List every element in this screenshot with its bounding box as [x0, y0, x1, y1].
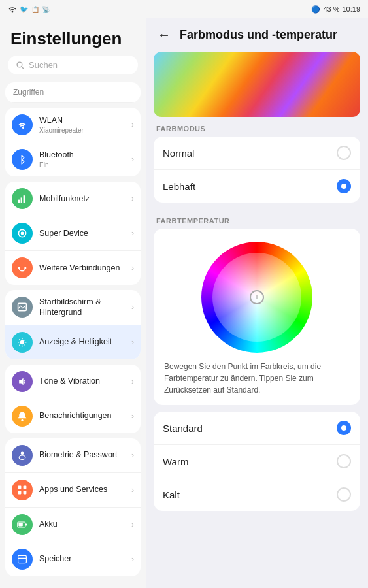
menu-group-zugriffen: Zugriffen — [5, 82, 141, 103]
sidebar-item-weitere[interactable]: Weitere Verbindungen › — [5, 251, 141, 285]
farbtemperatur-card: + Bewegen Sie den Punkt im Farbkreis, um… — [154, 229, 360, 405]
sidebar-item-wlan[interactable]: WLAN Xiaomirepeater › — [5, 108, 141, 142]
right-panel: ← Farbmodus und -temperatur FARBMODUS No… — [146, 0, 368, 588]
svg-rect-15 — [24, 485, 27, 489]
detail-title: Farbmodus und -temperatur — [180, 28, 337, 42]
temp-standard-radio[interactable] — [337, 421, 351, 435]
temperature-options-card: Standard Warm Kalt — [154, 412, 360, 511]
status-right-icons: 🔵 43 % 10:19 — [311, 5, 360, 14]
menu-group-sound: Töne & Vibration › Benachrichtigungen › — [5, 365, 141, 433]
benach-chevron: › — [131, 412, 134, 421]
search-icon — [16, 61, 25, 70]
weitere-icon — [12, 257, 33, 278]
weitere-label: Weitere Verbindungen — [39, 263, 125, 273]
sidebar-item-mobilfunk[interactable]: Mobilfunknetz › — [5, 182, 141, 216]
menu-group-system: Biometrie & Passwort › Apps und Services… — [5, 438, 141, 576]
sidebar-item-superdevice[interactable]: Super Device › — [5, 216, 141, 251]
sidebar-item-akku[interactable]: Akku › — [5, 508, 141, 542]
svg-point-10 — [20, 340, 24, 344]
color-wheel[interactable]: + — [201, 242, 312, 353]
zugriffen-label: Zugriffen — [5, 82, 141, 103]
akku-icon — [12, 514, 33, 535]
wheel-hint: Bewegen Sie den Punkt im Farbkreis, um d… — [161, 361, 352, 396]
rss-icon: 📡 — [42, 6, 50, 13]
wlan-label: WLAN Xiaomirepeater — [39, 115, 125, 134]
apps-label: Apps und Services — [39, 484, 125, 495]
startbild-icon — [12, 297, 33, 318]
bluetooth-icon: ᛒ — [12, 149, 33, 170]
svg-rect-2 — [18, 200, 20, 203]
temp-warm-radio[interactable] — [337, 454, 351, 468]
wheel-center-dot[interactable]: + — [250, 290, 264, 304]
sim-icon: 📋 — [31, 6, 39, 13]
sidebar-item-speicher[interactable]: Speicher › — [5, 542, 141, 576]
sidebar-item-startbild[interactable]: Startbildschirm & Hintergrund › — [5, 290, 141, 325]
wallpaper-gradient — [154, 52, 360, 117]
left-panel: Einstellungen Suchen Zugriffen WLAN Xiao… — [0, 0, 146, 588]
temp-kalt-radio[interactable] — [337, 487, 351, 502]
sidebar-item-anzeige[interactable]: Anzeige & Helligkeit › — [5, 325, 141, 359]
twitter-icon: 🐦 — [20, 5, 29, 14]
biometrie-chevron: › — [131, 451, 134, 460]
benach-icon — [12, 406, 33, 427]
mobilfunk-chevron: › — [131, 194, 134, 203]
svg-rect-4 — [24, 195, 25, 203]
status-bar: 🐦 📋 📡 🔵 43 % 10:19 — [0, 0, 368, 18]
sidebar-item-biometrie[interactable]: Biometrie & Passwort › — [5, 438, 141, 473]
menu-group-display: Startbildschirm & Hintergrund › Anzeige … — [5, 290, 141, 359]
sidebar-item-apps[interactable]: Apps und Services › — [5, 473, 141, 508]
temp-standard[interactable]: Standard — [154, 412, 360, 445]
status-left-icons: 🐦 📋 📡 — [8, 5, 50, 14]
color-mode-normal-radio[interactable] — [337, 146, 351, 160]
farbtemperatur-label: FARBTEMPERATUR — [146, 209, 368, 229]
wallpaper-preview — [154, 52, 360, 117]
superdevice-chevron: › — [131, 229, 134, 238]
bluetooth-label: Bluetooth Ein — [39, 150, 125, 169]
search-placeholder: Suchen — [29, 60, 58, 70]
wifi-status-icon — [8, 5, 17, 13]
svg-rect-21 — [18, 555, 27, 563]
color-mode-lebhaft-radio[interactable] — [337, 179, 351, 193]
wlan-chevron: › — [131, 120, 134, 129]
detail-header: ← Farbmodus und -temperatur — [146, 18, 368, 52]
svg-point-8 — [24, 267, 26, 269]
sidebar-item-benach[interactable]: Benachrichtigungen › — [5, 399, 141, 433]
superdevice-label: Super Device — [39, 228, 125, 238]
akku-label: Akku — [39, 519, 125, 529]
back-button[interactable]: ← — [154, 26, 175, 44]
bluetooth-status-icon: 🔵 — [311, 5, 320, 14]
color-wheel-container: + Bewegen Sie den Punkt im Farbkreis, um… — [154, 229, 360, 405]
akku-chevron: › — [131, 520, 134, 529]
anzeige-icon — [12, 332, 33, 353]
battery-text: 43 % — [323, 5, 339, 13]
sidebar-item-bluetooth[interactable]: ᛒ Bluetooth Ein › — [5, 142, 141, 176]
svg-rect-3 — [21, 197, 22, 203]
color-mode-lebhaft-label: Lebhaft — [163, 181, 330, 192]
temp-warm-label: Warm — [163, 456, 330, 467]
color-mode-normal[interactable]: Normal — [154, 137, 360, 170]
speicher-label: Speicher — [39, 553, 125, 564]
temp-standard-label: Standard — [163, 423, 330, 434]
biometrie-label: Biometrie & Passwort — [39, 449, 125, 460]
toene-icon — [12, 371, 33, 392]
farbmodus-label: FARBMODUS — [146, 117, 368, 137]
svg-line-1 — [22, 66, 24, 68]
search-bar[interactable]: Suchen — [8, 56, 138, 74]
temp-warm[interactable]: Warm — [154, 445, 360, 478]
bluetooth-chevron: › — [131, 155, 134, 164]
temp-kalt[interactable]: Kalt — [154, 478, 360, 511]
toene-label: Töne & Vibration — [39, 376, 125, 386]
startbild-label: Startbildschirm & Hintergrund — [39, 297, 125, 318]
sidebar-item-toene[interactable]: Töne & Vibration › — [5, 365, 141, 399]
farbmodus-card: Normal Lebhaft — [154, 137, 360, 203]
svg-rect-20 — [18, 523, 22, 526]
svg-rect-14 — [18, 485, 22, 489]
superdevice-icon — [12, 223, 33, 244]
startbild-chevron: › — [131, 302, 134, 312]
color-mode-lebhaft[interactable]: Lebhaft — [154, 170, 360, 203]
benach-label: Benachrichtigungen — [39, 410, 125, 421]
apps-chevron: › — [131, 485, 134, 495]
weitere-chevron: › — [131, 263, 134, 272]
speicher-chevron: › — [131, 555, 134, 564]
svg-point-11 — [21, 419, 23, 421]
